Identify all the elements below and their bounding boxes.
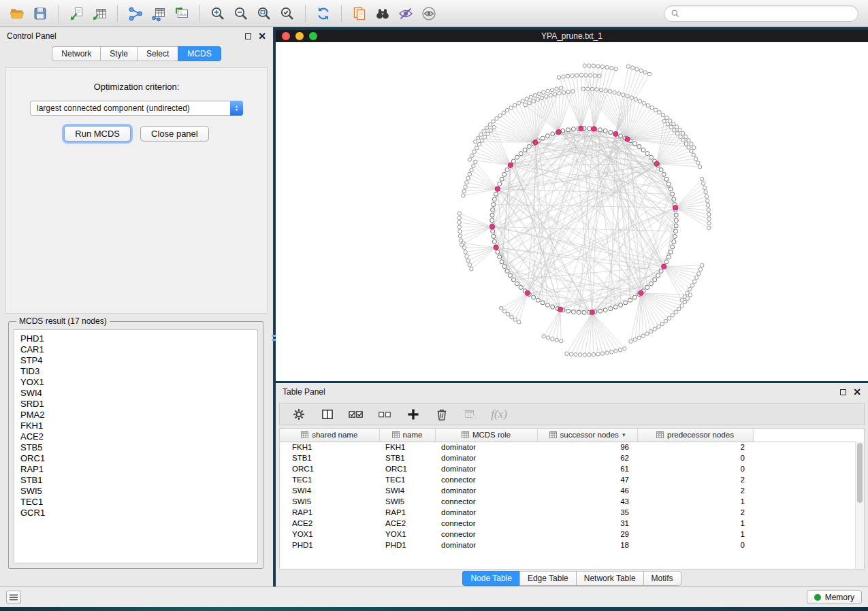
column-header-MCDS-role[interactable]: MCDS role (435, 429, 537, 442)
delete-table-button-disabled (462, 406, 479, 423)
table-options-button[interactable] (291, 406, 307, 423)
tab-network[interactable]: Network (52, 46, 100, 61)
splitter-grip[interactable] (272, 335, 276, 346)
column-header-shared-name[interactable]: shared name (280, 429, 379, 442)
select-all-rows-button[interactable] (348, 406, 364, 423)
table-row[interactable]: SWI4SWI4dominator462 (280, 485, 864, 496)
mcds-result-item[interactable]: YOX1 (20, 377, 257, 388)
maximize-window-icon[interactable] (309, 32, 317, 40)
show-columns-button[interactable] (319, 406, 336, 423)
tab-network-table[interactable]: Network Table (576, 571, 643, 586)
criterion-select[interactable]: largest connected component (undirected)… (30, 101, 243, 116)
tab-edge-table[interactable]: Edge Table (519, 571, 576, 586)
column-header-successor-nodes[interactable]: successor nodes▾ (537, 429, 637, 442)
table-row[interactable]: PHD1PHD1dominator180 (280, 540, 864, 550)
mcds-result-item[interactable]: STB1 (20, 475, 257, 486)
zoom-fit-button[interactable] (254, 3, 274, 24)
zoom-selected-button[interactable] (277, 3, 298, 24)
zoom-in-button[interactable] (208, 3, 228, 24)
column-header-predecessor-nodes[interactable]: predecessor nodes (637, 429, 753, 442)
deselect-all-rows-button[interactable] (376, 406, 393, 423)
memory-button[interactable]: Memory (807, 590, 862, 604)
mcds-result-item[interactable]: TEC1 (20, 497, 257, 508)
table-grid-icon (462, 431, 469, 438)
table-scrollbar[interactable] (855, 442, 864, 569)
refresh-icon (315, 5, 332, 22)
tab-motifs[interactable]: Motifs (643, 571, 681, 586)
mcds-result-item[interactable]: ORC1 (20, 453, 257, 464)
mcds-result-item[interactable]: SWI5 (20, 486, 257, 497)
mcds-result-item[interactable]: SRD1 (20, 399, 257, 410)
optimization-criterion-label: Optimization criterion: (6, 82, 267, 92)
network-window-titlebar[interactable]: YPA_prune.txt_1 (276, 30, 868, 42)
save-icon (32, 5, 48, 22)
column-header-name[interactable]: name (379, 429, 435, 442)
mcds-result-item[interactable]: SWI4 (20, 388, 257, 399)
import-table-button[interactable] (89, 3, 110, 24)
zoom-fit-icon (256, 5, 272, 22)
run-mcds-button[interactable]: Run MCDS (64, 126, 131, 142)
table-scrollbar-thumb[interactable] (857, 443, 863, 503)
eye-slash-icon (398, 5, 414, 22)
search-input[interactable] (684, 9, 852, 18)
close-window-icon[interactable] (282, 32, 290, 40)
zoom-out-button[interactable] (231, 3, 251, 24)
mcds-result-item[interactable]: PHD1 (20, 333, 257, 344)
mcds-result-item[interactable]: CAR1 (20, 344, 257, 355)
find-button[interactable] (372, 3, 393, 24)
close-panel-icon[interactable]: ✕ (258, 33, 266, 39)
search-icon (671, 9, 680, 18)
delete-table-icon (464, 408, 477, 421)
table-row[interactable]: STB1STB1dominator620 (280, 452, 864, 463)
tab-select[interactable]: Select (137, 46, 178, 61)
mcds-result-item[interactable]: ACE2 (20, 431, 257, 442)
table-row[interactable]: RAP1RAP1dominator352 (280, 507, 864, 518)
import-table-from-file-button[interactable] (66, 3, 86, 24)
tab-style[interactable]: Style (100, 46, 137, 61)
export-image-button[interactable] (172, 3, 192, 24)
network-from-table-button[interactable] (148, 3, 169, 24)
table-row[interactable]: ACE2ACE2connector311 (280, 518, 864, 529)
mcds-result-item[interactable]: TID3 (20, 366, 257, 377)
import-file-icon (68, 5, 84, 22)
node-table-header-row: shared namenameMCDS rolesuccessor nodes▾… (280, 429, 864, 442)
table-row[interactable]: TEC1TEC1connector472 (280, 474, 864, 485)
open-file-button[interactable] (7, 3, 27, 24)
search-box[interactable] (664, 5, 858, 22)
close-table-panel-icon[interactable]: ✕ (853, 389, 861, 395)
table-row[interactable]: YOX1YOX1connector291 (280, 529, 864, 540)
close-panel-button[interactable]: Close panel (140, 126, 209, 142)
mcds-result-item[interactable]: PMA2 (20, 410, 257, 420)
sort-indicator-icon[interactable]: ▾ (622, 431, 626, 438)
save-session-button[interactable] (30, 3, 50, 24)
control-panel-title: Control Panel (7, 31, 57, 41)
float-table-panel-icon[interactable] (840, 389, 846, 395)
control-tabs: NetworkStyleSelectMCDS (0, 45, 273, 67)
delete-column-button[interactable] (434, 406, 450, 423)
table-row[interactable]: FKH1FKH1dominator962 (280, 442, 864, 452)
minimize-window-icon[interactable] (295, 32, 304, 40)
table-panel-titlebar: Table Panel ✕ (276, 383, 868, 401)
table-row[interactable]: SWI5SWI5connector431 (280, 496, 864, 507)
mcds-result-item[interactable]: GCR1 (20, 508, 257, 518)
table-row[interactable]: ORC1ORC1dominator610 (280, 463, 864, 474)
show-panels-button[interactable] (6, 591, 21, 604)
mcds-result-item[interactable]: RAP1 (20, 464, 257, 475)
copy-to-clipboard-button[interactable] (349, 3, 370, 24)
hide-graphics-details-button[interactable] (396, 3, 416, 24)
show-graphics-details-button[interactable] (419, 3, 439, 24)
trash-icon (435, 408, 449, 421)
tab-mcds[interactable]: MCDS (178, 46, 221, 61)
tab-node-table[interactable]: Node Table (462, 571, 519, 586)
network-canvas[interactable] (276, 42, 868, 381)
checked-boxes-icon (348, 408, 364, 421)
eye-icon (421, 5, 437, 22)
import-network-button[interactable] (125, 3, 146, 24)
mcds-result-item[interactable]: STB5 (20, 442, 257, 453)
refresh-view-button[interactable] (313, 3, 334, 24)
unchecked-boxes-icon (377, 408, 392, 420)
float-panel-icon[interactable] (245, 33, 251, 39)
mcds-result-item[interactable]: STP4 (20, 355, 257, 366)
mcds-result-item[interactable]: FKH1 (20, 420, 257, 431)
add-column-button[interactable] (405, 406, 421, 423)
